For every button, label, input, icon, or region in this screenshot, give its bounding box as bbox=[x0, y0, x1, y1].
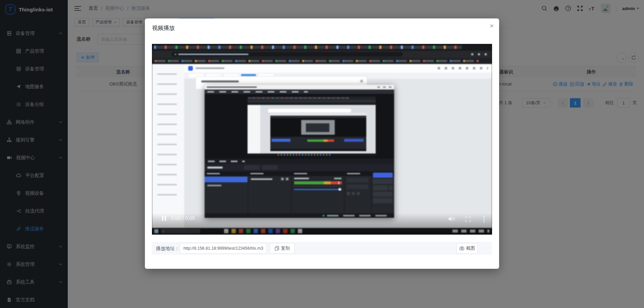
copy-icon bbox=[275, 246, 279, 251]
video-play-dialog: 视频播放 × bbox=[145, 18, 499, 269]
vf-obs-stream-button bbox=[373, 173, 393, 178]
muted-speaker-icon[interactable] bbox=[448, 216, 455, 222]
vf-obs-scenes-panel bbox=[205, 171, 248, 213]
vf-obs-menubar bbox=[205, 89, 394, 94]
copy-button[interactable]: 复制 bbox=[270, 243, 295, 254]
vf-browser-addressbar bbox=[152, 51, 492, 58]
playback-time: 0:00 / 0:05 bbox=[171, 215, 195, 221]
pause-icon[interactable] bbox=[162, 216, 166, 221]
vf-web-page bbox=[152, 64, 492, 228]
vf-obs-sources-panel bbox=[248, 171, 291, 213]
camera-icon bbox=[460, 246, 464, 250]
video-player[interactable]: 0:00 / 0:05 bbox=[152, 44, 492, 235]
player-controls-gradient bbox=[152, 213, 492, 235]
vf-page-sidebar bbox=[152, 64, 184, 228]
vf-volume-slider bbox=[294, 189, 342, 190]
vf-nested-screen bbox=[248, 97, 376, 156]
app-window: T Thinglinks-iot 设备管理 产品管理 设备管理 地图服务 bbox=[0, 0, 644, 308]
vf-obs-controls-panel bbox=[372, 171, 394, 213]
play-address-input[interactable] bbox=[180, 243, 267, 254]
vf-obs-toolbar bbox=[205, 164, 394, 171]
fullscreen-icon[interactable] bbox=[465, 217, 471, 222]
play-address-bar: 播放地址： 复制 截图 bbox=[152, 242, 492, 255]
vf-obs-audio-mixer-panel bbox=[292, 171, 344, 213]
dialog-title: 视频播放 bbox=[152, 24, 175, 32]
screenshot-button[interactable]: 截图 bbox=[457, 243, 478, 254]
vf-browser-tabstrip bbox=[152, 44, 492, 51]
vf-browser-bookmarks bbox=[152, 58, 492, 64]
play-address-label: 播放地址： bbox=[156, 242, 179, 255]
vf-url-pill bbox=[171, 52, 403, 57]
vf-obs-panels bbox=[205, 171, 394, 213]
video-frame bbox=[152, 44, 492, 235]
vf-audio-level-meter bbox=[294, 181, 342, 184]
vf-obs-transitions-panel bbox=[345, 171, 371, 213]
vf-page-header bbox=[184, 64, 492, 73]
vf-obs-window bbox=[205, 85, 394, 218]
kebab-menu-icon[interactable] bbox=[483, 216, 485, 222]
vf-obs-titlebar bbox=[205, 85, 394, 89]
vf-obs-scene-tabs bbox=[205, 159, 394, 164]
close-icon[interactable]: × bbox=[490, 22, 494, 29]
vf-obs-preview bbox=[205, 94, 394, 159]
